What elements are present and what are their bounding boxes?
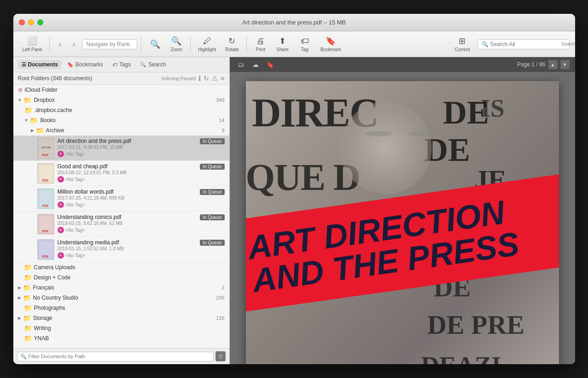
- prev-page-button[interactable]: ▲: [548, 60, 558, 69]
- rotate-icon: ↻: [228, 36, 235, 46]
- zoom-button[interactable]: 🔍 Zoom: [166, 34, 186, 54]
- pdf-thumb-good-cheap: PDF: [37, 163, 54, 183]
- viewer-toolbar: 🗂 ☁ 🔖 Page 1 / 86 ▲ ▼: [230, 57, 575, 72]
- add-tag-icon-4[interactable]: +: [58, 227, 64, 233]
- pdf-thumb-million-dollar: PDF: [37, 189, 54, 209]
- close-button[interactable]: [19, 19, 25, 25]
- sidebar-item-ynab[interactable]: 📁 YNAB: [13, 333, 229, 343]
- indexing-status: Indexing Paused: [162, 76, 196, 81]
- sidebar-item-camera-uploads[interactable]: 📁 Camera Uploads: [13, 262, 229, 272]
- francais-count: 2: [221, 285, 224, 290]
- pdf-tag-good-cheap: + <No Tag>: [58, 176, 225, 183]
- dropbox-count: 348: [216, 97, 224, 103]
- camera-folder-icon: 📁: [24, 264, 32, 271]
- filter-input-wrapper: 🔍: [17, 352, 214, 361]
- root-folders-title: Root Folders (348 documents): [18, 75, 162, 82]
- highlight-button[interactable]: 🖊 Highlight: [194, 35, 220, 54]
- add-tag-icon-2[interactable]: +: [58, 176, 64, 183]
- back-button[interactable]: ‹: [53, 38, 66, 51]
- share-button[interactable]: ⬆ Share: [273, 34, 293, 54]
- storage-label: Storage: [33, 315, 216, 321]
- pdf-item-art-direction[interactable]: ART DIR PDF Art direction and the press.…: [13, 136, 229, 161]
- search-input[interactable]: [490, 41, 559, 47]
- sidebar-item-dropbox[interactable]: ▼ 📁 Dropbox 348: [13, 95, 229, 105]
- sidebar-item-design-code[interactable]: 📁 Design + Code: [13, 272, 229, 283]
- ncs-folder-icon: 📁: [23, 294, 31, 301]
- info-icon[interactable]: ℹ: [198, 75, 201, 82]
- sidebar-item-photographs[interactable]: 📁 Photographs: [13, 303, 229, 313]
- sidebar: ☰ Documents 🔖 Bookmarks 🏷 Tags 🔍 Search: [13, 57, 230, 364]
- left-pane-button[interactable]: ⬜ Left Pane: [19, 34, 46, 54]
- photographs-folder-icon: 📁: [24, 304, 32, 312]
- separator-3: [190, 36, 191, 53]
- tab-tags[interactable]: 🏷 Tags: [109, 60, 134, 69]
- sidebar-item-books[interactable]: ▼ 📁 Books 14: [13, 115, 229, 125]
- tag-button[interactable]: 🏷 Tag: [295, 35, 315, 54]
- zoom-out-button[interactable]: 🔍: [145, 37, 165, 51]
- titlebar: Art direction and the press.pdf – 15 MB: [13, 14, 575, 31]
- sidebar-item-francais[interactable]: ▶ 📁 Français 2: [13, 283, 229, 293]
- add-tag-icon[interactable]: +: [58, 151, 64, 157]
- zoom-icon: 🔍: [171, 36, 181, 46]
- add-tag-icon-3[interactable]: +: [58, 201, 64, 208]
- add-tag-icon-5[interactable]: +: [58, 252, 64, 259]
- sidebar-item-archive[interactable]: ▶ 📁 Archive 9: [13, 125, 229, 136]
- warning-icon[interactable]: ⚠: [212, 75, 218, 82]
- pdf-item-million-dollar[interactable]: PDF Million dollar words.pdf In Queue 20…: [13, 186, 229, 212]
- tab-documents[interactable]: ☰ Documents: [18, 60, 62, 69]
- highlight-icon: 🖊: [203, 36, 211, 46]
- refresh-icon[interactable]: ↻: [204, 75, 209, 82]
- forward-button[interactable]: ›: [67, 38, 80, 51]
- nav-buttons: ‹ ›: [53, 38, 80, 51]
- storage-folder-icon: 📁: [23, 314, 31, 322]
- ncs-count: 206: [216, 295, 224, 301]
- viewer-bookmark-icon-btn[interactable]: 🔖: [265, 59, 276, 70]
- pdf-info-million-dollar: Million dollar words.pdf In Queue 2017-0…: [58, 189, 225, 208]
- next-page-button[interactable]: ▼: [560, 60, 570, 69]
- ynab-label: YNAB: [34, 335, 225, 342]
- pdf-page: DIREC QUE D DE DE JE IS LA DIR DE PRE DE…: [246, 81, 559, 364]
- tab-bookmarks[interactable]: 🔖 Bookmarks: [64, 60, 107, 69]
- filter-input[interactable]: [29, 354, 210, 359]
- minimize-button[interactable]: [28, 19, 34, 25]
- pdf-name-understanding-comics: Understanding comics.pdf: [58, 214, 122, 220]
- pdf-status-understanding-comics: In Queue: [200, 214, 224, 220]
- filter-search-icon: 🔍: [20, 354, 27, 360]
- pdf-meta-good-cheap: 2014-08-12, 12:19:01 PM, 5.3 MB: [58, 170, 225, 175]
- pdf-name-million-dollar: Million dollar words.pdf: [58, 189, 114, 195]
- sidebar-item-icloud[interactable]: ⊘ iCloud Folder: [13, 85, 229, 95]
- print-button[interactable]: 🖨 Print: [250, 35, 271, 54]
- separator-4: [246, 36, 247, 53]
- sidebar-item-no-country-studio[interactable]: ▶ 📁 No Country Studio 206: [13, 293, 229, 303]
- viewer-cloud-icon-btn[interactable]: ☁: [250, 59, 261, 70]
- dropbox-label: Dropbox: [34, 97, 216, 103]
- sidebar-item-writing[interactable]: 📁 Writing: [13, 323, 229, 333]
- search-tab-icon: 🔍: [140, 62, 146, 68]
- filter-options-button[interactable]: ▽: [215, 351, 226, 361]
- pdf-item-understanding-media[interactable]: PDF Understanding media.pdf In Queue 201…: [13, 237, 229, 262]
- tab-search[interactable]: 🔍 Search: [136, 60, 169, 69]
- bookmark-icon: 🔖: [326, 36, 336, 46]
- search-icon: 🔍: [482, 41, 489, 47]
- maximize-button[interactable]: [37, 19, 43, 25]
- sidebar-item-dropbox-cache[interactable]: 📁 .dropbox.cache: [13, 105, 229, 115]
- design-label: Design + Code: [34, 274, 225, 281]
- current-view-button[interactable]: ⊞ Current: [451, 34, 473, 54]
- pdf-item-understanding-comics[interactable]: PDF Understanding comics.pdf In Queue 20…: [13, 212, 229, 237]
- pdf-status-million-dollar: In Queue: [200, 189, 224, 195]
- window-title: Art direction and the press.pdf – 15 MB: [242, 19, 346, 26]
- rotate-button[interactable]: ↻ Rotate: [221, 34, 242, 54]
- pdf-format-label-4: PDF: [42, 230, 49, 233]
- pdf-status-good-cheap: In Queue: [200, 164, 224, 170]
- viewer-content[interactable]: DIREC QUE D DE DE JE IS LA DIR DE PRE DE…: [230, 72, 575, 364]
- path-bar[interactable]: Navigate by Rank: [82, 39, 137, 49]
- viewer-folder-icon-btn[interactable]: 🗂: [235, 59, 246, 70]
- tags-icon: 🏷: [112, 62, 117, 67]
- menu-icon[interactable]: ≡: [221, 75, 224, 82]
- tag-icon: 🏷: [301, 36, 309, 46]
- pdf-item-good-cheap[interactable]: PDF Good and cheap.pdf In Queue 2014-08-…: [13, 161, 229, 186]
- pdf-tag-million-dollar: + <No Tag>: [58, 201, 225, 208]
- camera-label: Camera Uploads: [34, 264, 225, 271]
- sidebar-item-storage[interactable]: ▶ 📁 Storage 126: [13, 313, 229, 323]
- bookmark-button[interactable]: 🔖 Bookmark: [317, 34, 345, 54]
